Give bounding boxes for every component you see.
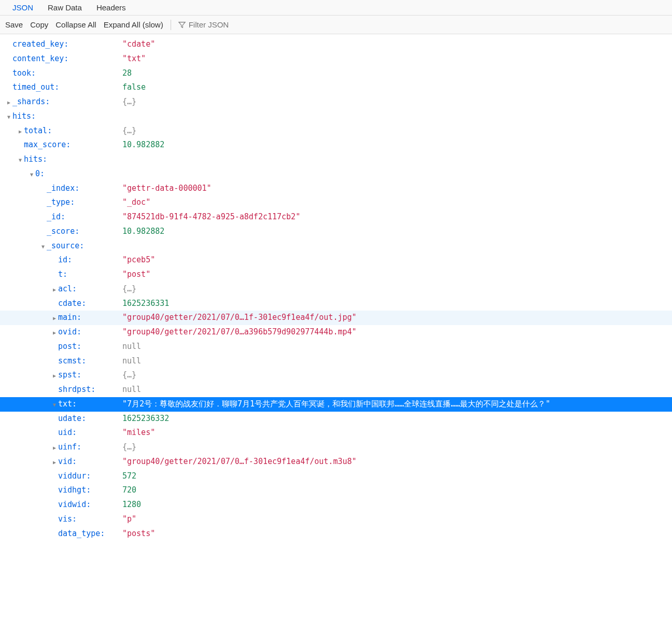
tree-row[interactable]: created_key:"cdate" (0, 37, 672, 52)
tree-row[interactable]: ▼hits: (0, 109, 672, 124)
expand-icon[interactable]: ▶ (51, 285, 58, 295)
tree-row[interactable]: content_key:"txt" (0, 52, 672, 66)
collapse-icon[interactable]: ▼ (39, 242, 47, 252)
tree-row[interactable]: vis:"p" (0, 512, 672, 527)
key-label: _score: (47, 224, 79, 239)
tree-row[interactable]: cdate:1625236331 (0, 297, 672, 311)
key-label: vid: (58, 455, 77, 469)
value-obj: {…} (122, 95, 136, 109)
expand-icon[interactable]: ▶ (5, 98, 12, 108)
tree-row[interactable]: ▶_shards:{…} (0, 95, 672, 109)
collapse-icon[interactable]: ▼ (51, 400, 58, 410)
value-number: 10.982882 (122, 224, 164, 239)
tree-row[interactable]: _type:"_doc" (0, 195, 672, 210)
key-label: acl: (58, 282, 77, 297)
value-string: "group40/getter/2021/07/0…f-301ec9f1ea4f… (122, 455, 357, 469)
tree-row[interactable]: _index:"gettr-data-000001" (0, 181, 672, 196)
tree-row[interactable]: ▶spst:{…} (0, 368, 672, 383)
tree-row[interactable]: took:28 (0, 66, 672, 81)
tree-row[interactable]: post:null (0, 340, 672, 354)
key-label: _source: (47, 239, 84, 254)
value-null: null (122, 340, 141, 354)
tree-row[interactable]: udate:1625236332 (0, 412, 672, 426)
key-label: data_type: (58, 527, 105, 541)
value-string: "post" (122, 268, 150, 282)
collapse-all-button[interactable]: Collapse All (55, 20, 96, 29)
key-label: ovid: (58, 325, 81, 340)
key-label: vidhgt: (58, 483, 91, 498)
tree-row[interactable]: ▼hits: (0, 152, 672, 167)
tree-row[interactable]: id:"pceb5" (0, 253, 672, 268)
tree-row[interactable]: vidwid:1280 (0, 498, 672, 512)
tree-row[interactable]: shrdpst:null (0, 383, 672, 397)
key-label: total: (24, 124, 52, 138)
key-label: _type: (47, 195, 75, 210)
value-number: 572 (122, 469, 136, 484)
key-label: spst: (58, 368, 81, 383)
tree-row[interactable]: ▶ovid:"group40/getter/2021/07/0…a396b579… (0, 325, 672, 340)
funnel-icon (178, 21, 186, 29)
tree-row[interactable]: t:"post" (0, 268, 672, 282)
expand-icon[interactable]: ▶ (51, 328, 58, 338)
key-label: txt: (58, 397, 77, 412)
expand-icon[interactable]: ▶ (51, 458, 58, 468)
value-string: "txt" (122, 52, 146, 66)
value-string: "7月2号：尊敬的战友们好．聊聊7月1号共产党人百年冥诞，和我们新中国联邦……全… (122, 397, 550, 412)
tree-row[interactable]: ▼txt:"7月2号：尊敬的战友们好．聊聊7月1号共产党人百年冥诞，和我们新中国… (0, 397, 672, 412)
tree-row[interactable]: scmst:null (0, 354, 672, 369)
key-label: max_score: (24, 138, 71, 152)
expand-icon[interactable]: ▶ (17, 127, 24, 137)
value-string: "_doc" (122, 195, 150, 210)
tree-row[interactable]: viddur:572 (0, 469, 672, 484)
key-label: viddur: (58, 469, 91, 484)
save-button[interactable]: Save (5, 20, 23, 29)
tree-row[interactable]: ▶acl:{…} (0, 282, 672, 297)
expand-icon[interactable]: ▶ (51, 314, 58, 324)
tree-row[interactable]: data_type:"posts" (0, 527, 672, 541)
value-string: "gettr-data-000001" (122, 181, 212, 196)
value-obj: {…} (122, 282, 136, 297)
collapse-icon[interactable]: ▼ (5, 113, 12, 122)
tree-row[interactable]: ▶total:{…} (0, 124, 672, 138)
tree-row[interactable]: max_score:10.982882 (0, 138, 672, 152)
value-number: 28 (122, 66, 132, 81)
tree-row[interactable]: ▼_source: (0, 239, 672, 254)
json-tree: created_key:"cdate"content_key:"txt"took… (0, 34, 672, 551)
value-string: "posts" (122, 527, 155, 541)
value-obj: {…} (122, 368, 136, 383)
value-string: "pceb5" (122, 253, 155, 268)
tree-row[interactable]: ▶vid:"group40/getter/2021/07/0…f-301ec9f… (0, 455, 672, 469)
key-label: hits: (24, 152, 47, 167)
value-bool: false (122, 80, 146, 95)
tree-row[interactable]: timed_out:false (0, 80, 672, 95)
tab-headers[interactable]: Headers (89, 1, 133, 14)
key-label: 0: (35, 167, 45, 181)
key-label: _shards: (12, 95, 50, 109)
key-label: shrdpst: (58, 383, 95, 397)
tree-row[interactable]: _id:"874521db-91f4-4782-a925-a8df2c117cb… (0, 210, 672, 224)
expand-icon[interactable]: ▶ (51, 371, 58, 381)
value-number: 720 (122, 483, 136, 498)
filter-input[interactable] (189, 20, 292, 29)
key-label: vidwid: (58, 498, 91, 512)
key-label: scmst: (58, 354, 86, 369)
copy-button[interactable]: Copy (30, 20, 48, 29)
tab-json[interactable]: JSON (5, 1, 40, 14)
expand-icon[interactable]: ▶ (51, 443, 58, 453)
collapse-icon[interactable]: ▼ (28, 170, 35, 180)
value-null: null (122, 383, 141, 397)
key-label: t: (58, 268, 67, 282)
expand-all-button[interactable]: Expand All (slow) (104, 20, 163, 29)
tree-row[interactable]: ▼0: (0, 167, 672, 181)
tree-row[interactable]: uid:"miles" (0, 426, 672, 440)
key-label: uinf: (58, 440, 81, 455)
value-number: 1625236332 (122, 412, 169, 426)
value-number: 1625236331 (122, 297, 169, 311)
tree-row[interactable]: _score:10.982882 (0, 224, 672, 239)
tree-row[interactable]: vidhgt:720 (0, 483, 672, 498)
collapse-icon[interactable]: ▼ (17, 156, 24, 165)
value-string: "group40/getter/2021/07/0…1f-301ec9f1ea4… (122, 311, 357, 325)
tree-row[interactable]: ▶uinf:{…} (0, 440, 672, 455)
tree-row[interactable]: ▶main:"group40/getter/2021/07/0…1f-301ec… (0, 311, 672, 325)
tab-raw-data[interactable]: Raw Data (40, 1, 89, 14)
